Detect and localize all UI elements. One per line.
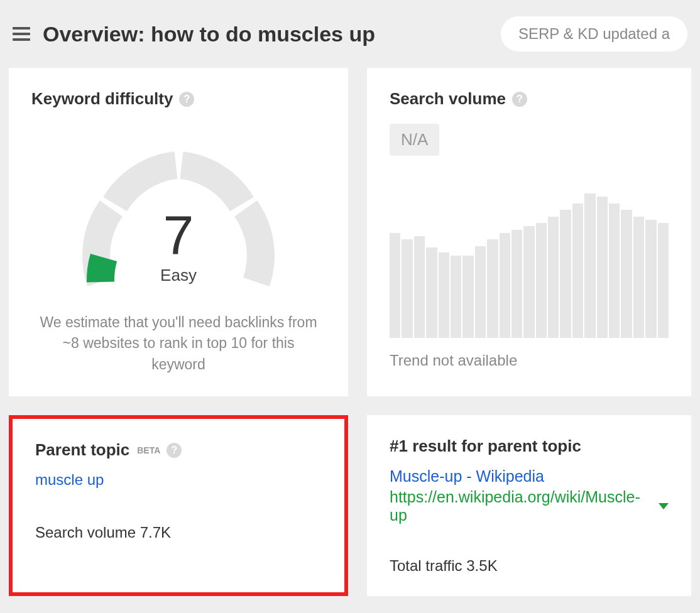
trend-bar	[523, 226, 534, 338]
sv-title: Search volume	[390, 89, 506, 109]
help-icon[interactable]: ?	[179, 92, 194, 107]
trend-bar	[584, 193, 595, 338]
trend-bar	[439, 252, 449, 338]
parent-topic-link[interactable]: muscle up	[35, 471, 104, 489]
pt-title: Parent topic	[35, 440, 129, 460]
kd-value: 7	[72, 208, 285, 263]
result-section-title: #1 result for parent topic	[390, 437, 669, 456]
menu-icon[interactable]	[13, 24, 30, 43]
trend-bar	[451, 256, 461, 338]
trend-bar	[511, 230, 522, 339]
pt-title-row: Parent topic BETA ?	[35, 440, 322, 460]
trend-bar	[658, 223, 669, 338]
sv-na-badge: N/A	[390, 124, 439, 156]
top-result-card: #1 result for parent topic Muscle-up - W…	[367, 415, 691, 596]
trend-bar	[572, 203, 583, 338]
keyword-difficulty-card: Keyword difficulty ? 7 Easy We	[9, 68, 348, 396]
kd-title: Keyword difficulty	[31, 89, 173, 109]
sv-trend-label: Trend not available	[390, 352, 669, 369]
trend-bar	[621, 210, 632, 338]
trend-bar	[462, 256, 473, 338]
page-header: Overview: how to do muscles up SERP & KD…	[0, 0, 700, 68]
trend-bar	[597, 197, 608, 338]
trend-bar	[560, 210, 571, 338]
kd-gauge: 7 Easy	[72, 134, 285, 297]
kd-label: Easy	[72, 266, 285, 285]
result-page-title[interactable]: Muscle-up - Wikipedia	[390, 467, 669, 486]
sv-trend-chart	[390, 193, 669, 338]
trend-bar	[390, 233, 400, 338]
result-url[interactable]: https://en.wikipedia.org/wiki/Muscle-up	[390, 488, 655, 524]
trend-bar	[414, 236, 425, 338]
kd-title-row: Keyword difficulty ?	[31, 89, 325, 109]
trend-bar	[609, 203, 620, 338]
trend-bar	[548, 217, 559, 338]
help-icon[interactable]: ?	[167, 443, 182, 458]
result-url-row: https://en.wikipedia.org/wiki/Muscle-up	[390, 488, 669, 524]
update-status-pill[interactable]: SERP & KD updated a	[501, 16, 687, 52]
page-title: Overview: how to do muscles up	[43, 22, 488, 46]
search-volume-card: Search volume ? N/A Trend not available	[367, 68, 691, 396]
sv-title-row: Search volume ?	[390, 89, 669, 109]
result-total-traffic: Total traffic 3.5K	[390, 557, 669, 575]
pt-search-volume: Search volume 7.7K	[35, 524, 322, 541]
trend-bar	[402, 239, 412, 338]
beta-badge: BETA	[137, 445, 160, 455]
parent-topic-card: Parent topic BETA ? muscle up Search vol…	[9, 415, 348, 596]
chevron-down-icon[interactable]	[659, 503, 669, 509]
trend-bar	[475, 246, 486, 338]
help-icon[interactable]: ?	[512, 92, 527, 107]
trend-bar	[633, 217, 644, 338]
trend-bar	[426, 247, 437, 338]
trend-bar	[536, 223, 547, 338]
trend-bar	[487, 239, 498, 338]
trend-bar	[500, 233, 510, 338]
trend-bar	[645, 220, 656, 338]
kd-estimate-text: We estimate that you'll need backlinks f…	[31, 312, 325, 375]
